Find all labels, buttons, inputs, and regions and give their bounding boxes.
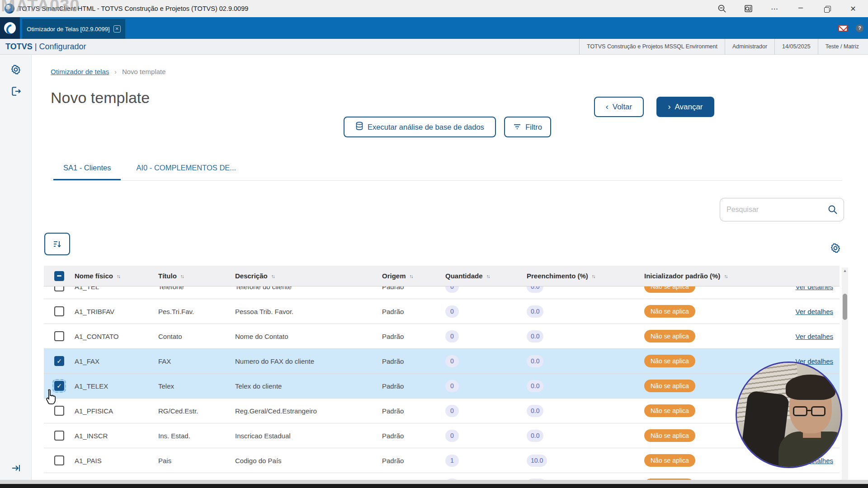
sort-arrows-icon[interactable]: ↑↓ [180,273,184,279]
smartclient-tab[interactable]: Otimizador de Telas [02.9.0099] ✕ [22,19,125,39]
scrollbar-up-arrow-icon[interactable]: ▲ [842,268,848,273]
cell-titulo: Contato [158,333,235,340]
content-tab-0[interactable]: SA1 - Clientes [51,158,123,181]
mail-icon[interactable] [838,25,848,32]
cell-titulo: Pes.Tri.Fav. [158,308,235,315]
select-all-checkbox[interactable] [54,271,64,281]
search-icon[interactable] [827,204,838,217]
table-row[interactable]: ✓A1_TELEXTelexTelex do clientePadrão00.0… [44,374,840,399]
window-controls: ⋯ – ✕ [709,0,866,17]
settings-gear-icon[interactable] [0,64,32,77]
sort-arrows-icon[interactable]: ↑↓ [592,273,595,279]
breadcrumb-separator-icon: › [114,68,117,75]
content-tab-1[interactable]: AI0 - COMPLEMENTOS DE... [123,158,249,181]
cell-titulo: FAX [158,357,235,365]
tabs-underline [51,180,842,181]
brand-product: Configurador [39,42,86,51]
table-row[interactable]: A1_INSCRIns. Estad.Inscricao EstadualPad… [44,423,840,448]
find-in-window-button[interactable] [735,0,761,17]
cell-nome-fisico: A1_PAIS [75,457,158,465]
sort-arrows-icon[interactable]: ↑↓ [486,273,490,279]
restore-button[interactable] [814,0,840,17]
cell-descricao: Numero do FAX do cliente [235,357,382,365]
table-row[interactable]: A1_CONTATOContatoNome do ContatoPadrão00… [44,324,840,349]
os-titlebar: TOTVS SmartClient HTML - TOTVS Construçã… [0,0,868,17]
brand-separator: | [35,42,37,51]
expand-menu-icon[interactable] [0,463,32,475]
col-origem[interactable]: Origem [382,272,406,280]
cell-nome-fisico: A1_TELEX [75,382,158,390]
table-row[interactable]: A1_PFISICARG/Ced.Estr.Reg.Geral/Ced.Estr… [44,399,840,423]
initializer-badge: Não se aplica [644,380,695,392]
table-row[interactable]: A1_TELTelefoneTelefone do clientePadrão0… [44,286,840,299]
tab-close-icon[interactable]: ✕ [113,25,121,33]
search-input[interactable] [726,198,821,221]
cell-origem: Padrão [382,357,445,365]
back-button[interactable]: ‹ Voltar [594,97,644,117]
scrollbar-thumb[interactable] [843,294,847,320]
cell-origem: Padrão [382,382,445,390]
quantity-badge: 0 [445,405,459,417]
table-settings-gear-icon[interactable] [830,242,841,256]
app-header: TOTVS | Configurador TOTVS Construção e … [0,39,868,55]
row-details-link[interactable]: Ver detalhes [796,308,833,315]
advance-button[interactable]: › Avançar [656,97,714,117]
cell-quantidade: 0 [445,355,527,367]
row-checkbox[interactable]: ✓ [54,356,64,366]
row-checkbox[interactable] [54,331,64,341]
help-icon[interactable]: ? [856,24,863,32]
row-checkbox-cell: ✓ [44,356,75,366]
sort-arrows-icon[interactable]: ↑↓ [117,273,120,279]
restore-icon [824,6,830,12]
zoom-out-button[interactable] [709,0,735,17]
row-checkbox[interactable] [54,306,64,316]
breadcrumb-parent-link[interactable]: Otimizador de telas [51,68,109,75]
row-details-link[interactable]: Ver detalhes [796,286,833,291]
close-button[interactable]: ✕ [840,0,866,17]
cell-quantidade: 0 [445,305,527,318]
close-icon: ✕ [850,5,856,13]
cell-titulo: Telex [158,382,235,390]
person-hair [786,375,835,400]
run-analysis-button[interactable]: Executar análise de base de dados [344,117,496,137]
col-preenchimento[interactable]: Preenchimento (%) [527,272,588,280]
col-titulo[interactable]: Título [158,272,177,280]
row-checkbox[interactable] [54,455,64,465]
cell-origem: Padrão [382,286,445,291]
sort-arrows-icon[interactable]: ↑↓ [410,273,413,279]
sort-arrows-icon[interactable]: ↑↓ [271,273,274,279]
table-scrollbar[interactable]: ▲ [842,267,848,480]
cell-inicializador: Não se aplica [644,305,769,318]
cell-quantidade: 0 [445,286,527,293]
col-inicializador[interactable]: Inicializador padrão (%) [644,272,720,280]
col-quantidade[interactable]: Quantidade [445,272,483,280]
sort-arrows-icon[interactable]: ↑↓ [724,273,727,279]
minimize-button[interactable]: – [788,0,814,17]
row-details-link[interactable]: Ver detalhes [796,333,833,340]
cell-quantidade: 0 [445,405,527,417]
sort-order-button[interactable] [44,233,70,255]
cell-preenchimento: 0.0 [527,430,644,442]
row-checkbox-cell [44,306,75,316]
table-header-row: Nome físico↑↓ Título↑↓ Descrição↑↓ Orige… [44,266,840,286]
initializer-badge: Não se aplica [644,454,695,467]
breadcrumb-current: Novo template [122,68,166,75]
initializer-badge: Não se aplica [644,429,695,442]
cell-nome-fisico: A1_PFISICA [75,407,158,415]
row-checkbox[interactable] [54,431,64,441]
initializer-badge: Não se aplica [644,330,695,343]
logout-icon[interactable] [0,85,32,99]
row-checkbox[interactable] [54,286,64,291]
table-row[interactable]: A1_PAISPaisCodigo do PaísPadrão110.0Não … [44,448,840,473]
cell-quantidade: 0 [445,380,527,392]
table-row-partial[interactable] [44,473,840,480]
table-row[interactable]: A1_TRIBFAVPes.Tri.Fav.Pessoa Trib. Favor… [44,299,840,324]
glasses-right-lens [811,406,826,416]
col-nome-fisico[interactable]: Nome físico [75,272,113,280]
glasses-left-lens [793,406,807,416]
cell-preenchimento: 0.0 [527,286,644,293]
more-options-button[interactable]: ⋯ [761,0,788,17]
table-row[interactable]: ✓A1_FAXFAXNumero do FAX do clientePadrão… [44,349,840,374]
col-descricao[interactable]: Descrição [235,272,268,280]
filter-button[interactable]: Filtro [504,117,551,137]
